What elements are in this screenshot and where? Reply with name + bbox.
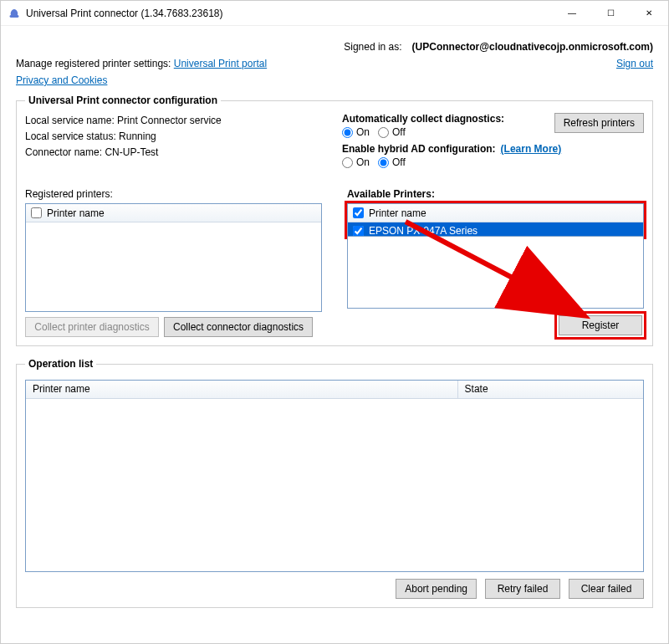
service-name-value: Print Connector service [117, 115, 222, 126]
available-printers-list[interactable]: Printer name EPSON PX-047A Series [347, 203, 644, 237]
register-button[interactable]: Register [559, 315, 642, 335]
operation-list-legend: Operation list [25, 358, 96, 370]
collect-connector-diagnostics-button[interactable]: Collect connector diagnostics [164, 317, 313, 337]
available-list-header: Printer name [348, 204, 643, 222]
operation-list-table[interactable]: Printer name State [25, 380, 644, 572]
abort-pending-button[interactable]: Abort pending [396, 579, 477, 599]
service-status-label: Local service status: [25, 130, 119, 142]
universal-print-portal-link[interactable]: Universal Print portal [174, 58, 267, 69]
signedin-label: Signed in as: [344, 41, 401, 53]
service-name-label: Local service name: [25, 115, 117, 126]
hybrid-on-radio[interactable] [342, 157, 353, 168]
signedin-email: (UPConnector@cloudnativecojp.onmicrosoft… [412, 41, 653, 53]
refresh-printers-button[interactable]: Refresh printers [554, 113, 644, 133]
connector-name-value: CN-UP-Test [105, 146, 158, 158]
available-printer-name: EPSON PX-047A Series [369, 225, 477, 237]
registered-list-header: Printer name [26, 204, 321, 222]
oplist-col-state[interactable]: State [458, 381, 643, 398]
oplist-col-printer-name[interactable]: Printer name [26, 381, 458, 398]
window-title: Universal Print connector (1.34.7683.236… [26, 8, 553, 19]
service-status-value: Running [119, 130, 156, 142]
auto-diag-off-radio[interactable] [378, 127, 389, 138]
titlebar: Universal Print connector (1.34.7683.236… [1, 1, 668, 26]
config-group: Universal Print connector configuration … [16, 95, 653, 346]
config-legend: Universal Print connector configuration [25, 95, 221, 106]
manage-settings-text: Manage registered printer settings: Univ… [16, 58, 267, 69]
available-printers-list-empty[interactable] [347, 237, 644, 309]
privacy-cookies-link[interactable]: Privacy and Cookies [16, 74, 107, 86]
hybrid-learn-more-link[interactable]: (Learn More) [501, 143, 562, 155]
hybrid-label-row: Enable hybrid AD configuration: (Learn M… [342, 143, 644, 155]
hybrid-radios: On Off [342, 156, 644, 168]
auto-diag-on[interactable]: On [342, 126, 370, 138]
signout-link[interactable]: Sign out [616, 58, 653, 69]
retry-failed-button[interactable]: Retry failed [485, 579, 560, 599]
hybrid-label: Enable hybrid AD configuration: [342, 143, 496, 155]
config-left: Local service name: Print Connector serv… [25, 113, 327, 173]
hybrid-off-radio[interactable] [378, 157, 389, 168]
collect-printer-diagnostics-button[interactable]: Collect printer diagnostics [25, 317, 159, 337]
operation-list-group: Operation list Printer name State Abort … [16, 358, 653, 608]
hybrid-off[interactable]: Off [378, 156, 406, 168]
app-icon [8, 7, 21, 20]
operation-list-header: Printer name State [26, 381, 643, 399]
auto-diag-off[interactable]: Off [378, 126, 406, 138]
registered-printers-label: Registered printers: [25, 188, 322, 200]
maximize-button[interactable]: ☐ [591, 1, 630, 26]
auto-diag-on-radio[interactable] [342, 127, 353, 138]
registered-header-checkbox[interactable] [31, 207, 42, 218]
connector-name-label: Connector name: [25, 146, 105, 158]
registered-header-col: Printer name [47, 207, 105, 219]
available-printer-row[interactable]: EPSON PX-047A Series [348, 222, 643, 237]
available-header-col: Printer name [369, 207, 426, 219]
available-printer-checkbox[interactable] [353, 226, 364, 237]
signin-row: Signed in as: (UPConnector@cloudnativeco… [16, 41, 653, 53]
registered-printers-list[interactable]: Printer name [25, 203, 322, 312]
minimize-button[interactable]: — [553, 1, 591, 26]
links-row: Manage registered printer settings: Univ… [16, 58, 653, 69]
registered-printers-col: Registered printers: Printer name Collec… [25, 188, 322, 337]
window-controls: — ☐ ✕ [553, 1, 668, 26]
hybrid-on[interactable]: On [342, 156, 370, 168]
available-printers-col: Available Printers: Printer name EPSON P… [347, 188, 644, 337]
manage-prefix: Manage registered printer settings: [16, 58, 174, 69]
available-printers-label: Available Printers: [347, 188, 644, 200]
clear-failed-button[interactable]: Clear failed [569, 579, 644, 599]
available-header-checkbox[interactable] [353, 207, 364, 218]
config-right: Refresh printers Automatically collect d… [342, 113, 644, 173]
close-button[interactable]: ✕ [630, 1, 668, 26]
